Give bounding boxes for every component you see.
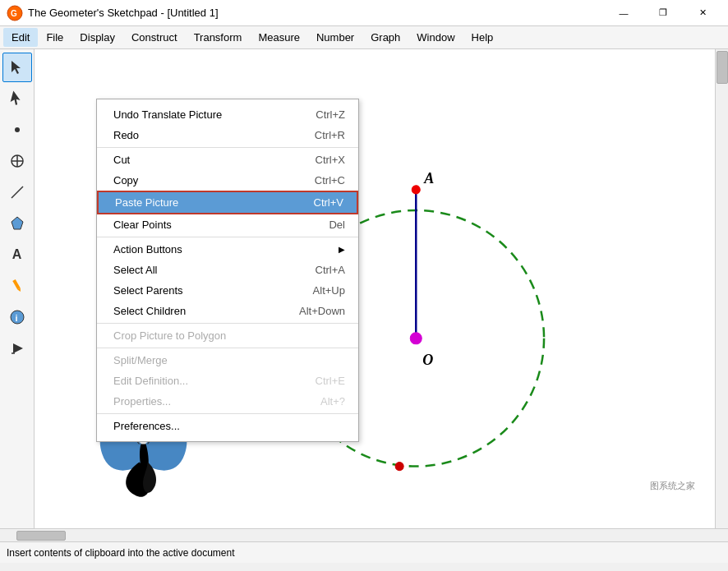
properties-label: Properties... bbox=[113, 395, 171, 408]
menu-section-1: Undo Translate Picture Ctrl+Z Redo Ctrl+… bbox=[97, 103, 358, 148]
text-icon: A bbox=[12, 247, 22, 262]
menu-item-measure[interactable]: Measure bbox=[250, 28, 308, 47]
copy-label: Copy bbox=[113, 174, 138, 186]
marker-tool[interactable] bbox=[2, 271, 32, 301]
select-parents-label: Select Parents bbox=[113, 284, 183, 297]
svg-point-20 bbox=[410, 333, 422, 344]
close-button[interactable]: ✕ bbox=[684, 0, 721, 26]
scrollbar-right[interactable] bbox=[715, 49, 728, 528]
menu-item-help[interactable]: Help bbox=[463, 28, 502, 47]
submenu-arrow-icon: ▶ bbox=[339, 245, 345, 254]
select-all-item[interactable]: Select All Ctrl+A bbox=[97, 260, 358, 280]
menu-item-edit[interactable]: Edit bbox=[3, 28, 38, 47]
select-arrow-2-tool[interactable] bbox=[2, 84, 32, 113]
scrollbar-thumb-bottom[interactable] bbox=[16, 531, 66, 541]
app-icon: G bbox=[7, 5, 23, 21]
properties-shortcut: Alt+? bbox=[320, 395, 345, 408]
menu-item-transform[interactable]: Transform bbox=[186, 28, 251, 47]
preferences-item[interactable]: Preferences... bbox=[97, 416, 358, 436]
svg-marker-14 bbox=[13, 343, 23, 353]
crop-picture-item: Crop Picture to Polygon bbox=[97, 325, 358, 346]
svg-marker-9 bbox=[12, 217, 23, 229]
text-tool[interactable]: A bbox=[2, 240, 32, 269]
compass-tool[interactable] bbox=[2, 146, 32, 176]
properties-item: Properties... Alt+? bbox=[97, 391, 358, 412]
main-area: A i bbox=[0, 49, 728, 528]
scrollbar-thumb-right[interactable] bbox=[716, 51, 728, 84]
copy-shortcut: Ctrl+C bbox=[315, 174, 345, 186]
select-children-item[interactable]: Select Children Alt+Down bbox=[97, 301, 358, 321]
svg-rect-10 bbox=[12, 279, 20, 289]
compass-icon bbox=[9, 153, 25, 169]
point-tool[interactable] bbox=[2, 115, 32, 145]
paste-picture-label: Paste Picture bbox=[115, 196, 178, 209]
canvas-area[interactable]: A O bbox=[35, 49, 715, 528]
title-bar-controls: — ❐ ✕ bbox=[605, 0, 721, 26]
menu-item-window[interactable]: Window bbox=[408, 28, 463, 47]
menu-bar: Edit File Display Construct Transform Me… bbox=[0, 26, 728, 49]
svg-point-4 bbox=[15, 127, 20, 132]
select-parents-item[interactable]: Select Parents Alt+Up bbox=[97, 280, 358, 301]
action-icon bbox=[9, 340, 25, 357]
paste-picture-item[interactable]: Paste Picture Ctrl+V bbox=[97, 191, 358, 214]
svg-text:G: G bbox=[11, 9, 17, 18]
polygon-tool[interactable] bbox=[2, 209, 32, 238]
crop-picture-label: Crop Picture to Polygon bbox=[113, 329, 226, 342]
restore-button[interactable]: ❐ bbox=[644, 0, 682, 26]
svg-text:i: i bbox=[15, 313, 17, 323]
info-icon: i bbox=[9, 309, 25, 325]
redo-label: Redo bbox=[113, 129, 139, 141]
svg-marker-2 bbox=[12, 61, 21, 74]
action-buttons-label: Action Buttons bbox=[113, 243, 182, 256]
line-tool[interactable] bbox=[2, 177, 32, 207]
marker-icon bbox=[9, 278, 25, 294]
undo-label: Undo Translate Picture bbox=[113, 108, 222, 121]
menu-item-display[interactable]: Display bbox=[71, 28, 123, 47]
status-bar: Insert contents of clipboard into the ac… bbox=[0, 541, 728, 563]
bottom-scrollbar[interactable] bbox=[0, 528, 728, 541]
split-merge-label: Split/Merge bbox=[113, 354, 168, 366]
svg-point-22 bbox=[395, 463, 403, 471]
info-tool[interactable]: i bbox=[2, 302, 32, 332]
undo-item[interactable]: Undo Translate Picture Ctrl+Z bbox=[97, 104, 358, 125]
menu-section-6: Preferences... bbox=[97, 414, 358, 438]
svg-text:O: O bbox=[422, 352, 433, 368]
menu-item-number[interactable]: Number bbox=[308, 28, 362, 47]
cut-label: Cut bbox=[113, 154, 130, 166]
clear-points-item[interactable]: Clear Points Del bbox=[97, 214, 358, 235]
redo-shortcut: Ctrl+R bbox=[315, 129, 345, 141]
paste-picture-shortcut: Ctrl+V bbox=[314, 196, 343, 209]
edit-definition-shortcut: Ctrl+E bbox=[316, 375, 345, 387]
arrow2-icon bbox=[9, 90, 25, 107]
redo-item[interactable]: Redo Ctrl+R bbox=[97, 125, 358, 145]
menu-item-construct[interactable]: Construct bbox=[123, 28, 186, 47]
select-children-label: Select Children bbox=[113, 305, 186, 317]
action-tool[interactable] bbox=[2, 334, 32, 363]
dropdown-menu-container: Undo Translate Picture Ctrl+Z Redo Ctrl+… bbox=[96, 99, 359, 442]
action-buttons-item[interactable]: Action Buttons ▶ bbox=[97, 239, 358, 260]
select-all-label: Select All bbox=[113, 264, 157, 276]
title-bar-left: G The Geometer's Sketchpad - [Untitled 1… bbox=[7, 5, 219, 21]
cut-item[interactable]: Cut Ctrl+X bbox=[97, 150, 358, 170]
polygon-icon bbox=[9, 215, 25, 232]
menu-section-5: Split/Merge Edit Definition... Ctrl+E Pr… bbox=[97, 348, 358, 414]
menu-item-file[interactable]: File bbox=[38, 28, 71, 47]
clear-points-shortcut: Del bbox=[329, 219, 345, 231]
svg-point-18 bbox=[412, 186, 420, 194]
edit-definition-item: Edit Definition... Ctrl+E bbox=[97, 371, 358, 391]
clear-points-label: Clear Points bbox=[113, 219, 172, 231]
menu-item-graph[interactable]: Graph bbox=[362, 28, 408, 47]
svg-marker-3 bbox=[10, 90, 22, 105]
menu-section-4: Crop Picture to Polygon bbox=[97, 324, 358, 348]
minimize-button[interactable]: — bbox=[605, 0, 643, 26]
svg-text:A: A bbox=[423, 170, 434, 186]
watermark: 图系统之家 bbox=[647, 478, 698, 494]
copy-item[interactable]: Copy Ctrl+C bbox=[97, 170, 358, 191]
status-message: Insert contents of clipboard into the ac… bbox=[7, 547, 235, 559]
select-arrow-tool[interactable] bbox=[2, 53, 32, 82]
select-children-shortcut: Alt+Down bbox=[299, 305, 345, 317]
undo-shortcut: Ctrl+Z bbox=[316, 108, 345, 121]
edit-definition-label: Edit Definition... bbox=[113, 375, 188, 387]
svg-line-8 bbox=[12, 186, 23, 198]
arrow-icon bbox=[9, 59, 25, 76]
